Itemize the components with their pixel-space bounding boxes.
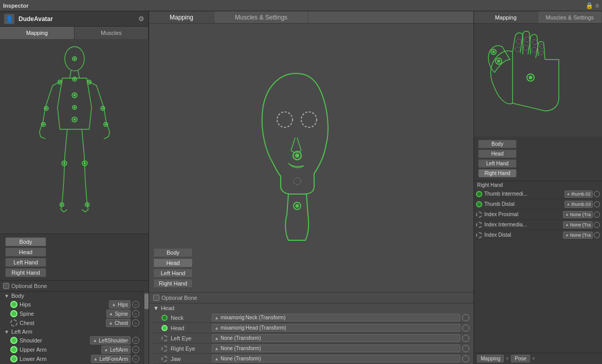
right-bone-circle-index-proximal[interactable] (594, 212, 600, 218)
hips-value: Hips (118, 302, 128, 308)
svg-point-40 (295, 154, 299, 158)
right-tab-muscles[interactable]: Muscles & Settings (538, 11, 603, 23)
center-btn-right-hand[interactable]: Right Hand (153, 279, 193, 288)
bone-row-left-shoulder: Shoulder ▲ LeftShoulder ○ (0, 336, 143, 345)
inspector-title: Inspector (3, 3, 29, 9)
tab-mapping-left[interactable]: Mapping (0, 27, 75, 39)
bone-circle-left-lower-arm[interactable]: ○ (132, 355, 139, 362)
head-bone-name-neck: Neck (171, 315, 212, 321)
bone-circle-spine[interactable]: ○ (132, 310, 139, 317)
tab-muscles-left[interactable]: Muscles (75, 27, 149, 39)
section-left-arm-label: Left Arm (11, 329, 32, 335)
bone-value-left-lower-arm[interactable]: ▲ LeftForeArm (91, 355, 131, 363)
left-btn-head[interactable]: Head (5, 247, 46, 257)
bone-name-left-shoulder: Shoulder (20, 337, 90, 343)
spine-value: Spine (115, 311, 128, 317)
head-bone-circle-left-eye[interactable] (462, 335, 469, 342)
right-bottom-mapping-btn[interactable]: Mapping (477, 355, 504, 362)
head-bone-value-head[interactable]: ▲ mixamorig:Head (Transform) (212, 324, 460, 332)
head-bone-name-jaw: Jaw (171, 356, 212, 362)
left-eye-val: None (Transform) (221, 335, 261, 341)
right-bone-value-thumb-inter[interactable]: ▲ thumb.02 (564, 190, 593, 198)
indicator-head (161, 325, 168, 331)
bone-circle-left-shoulder[interactable]: ○ (132, 337, 139, 344)
head-bone-value-jaw[interactable]: ▲ None (Transform) (212, 355, 460, 362)
lock-icon[interactable]: 🔒 (586, 2, 593, 9)
right-bone-name-thumb-distal: Thumb Distal (484, 201, 564, 207)
index-distal-val: None (Tra (570, 233, 591, 238)
center-optional-checkbox[interactable] (153, 295, 159, 301)
bone-row-chest: Chest ▲ Chest ○ (0, 318, 143, 328)
center-panel: Mapping Muscles & Settings (149, 11, 473, 364)
center-lower: ▼ Head Neck ▲ mixamorig:Neck (Transform) (149, 303, 473, 364)
left-btn-body[interactable]: Body (5, 237, 46, 246)
right-tab-mapping[interactable]: Mapping (474, 11, 538, 23)
right-bone-value-index-inter[interactable]: ▲ None (Tra (563, 221, 593, 228)
chevron-left-arm: ▼ (4, 329, 9, 335)
right-bone-circle-thumb-distal[interactable] (594, 201, 600, 207)
head-bone-name-right-eye: Right Eye (171, 346, 212, 352)
indicator-left-eye (161, 335, 168, 341)
bone-name-chest: Chest (20, 320, 106, 326)
center-btn-head[interactable]: Head (153, 258, 193, 267)
left-scrollbar-thumb[interactable] (144, 294, 149, 309)
head-bone-circle-neck[interactable] (462, 314, 469, 321)
right-btn-body[interactable]: Body (478, 140, 517, 148)
gear-icon[interactable]: ⚙ (138, 15, 144, 23)
right-bone-value-thumb-distal[interactable]: ▲ thumb.03 (564, 201, 593, 208)
right-bone-circle-index-inter[interactable] (594, 222, 600, 228)
indicator-hips (10, 301, 17, 308)
head-bone-row-head: Head ▲ mixamorig:Head (Transform) (153, 323, 469, 333)
menu-icon[interactable]: ≡ (595, 2, 599, 9)
center-tab-muscles[interactable]: Muscles & Settings (214, 11, 308, 23)
right-bone-circle-index-distal[interactable] (594, 232, 600, 238)
head-val: mixamorig:Head (Transform) (221, 325, 286, 331)
right-eye-val: None (Transform) (221, 346, 261, 351)
center-btn-left-hand[interactable]: Left Hand (153, 269, 193, 278)
head-bone-circle-right-eye[interactable] (462, 345, 469, 352)
svg-point-10 (74, 106, 76, 108)
center-tab-mapping[interactable]: Mapping (149, 11, 214, 23)
head-bone-value-neck[interactable]: ▲ mixamorig:Neck (Transform) (212, 314, 460, 321)
head-bone-circle-head[interactable] (462, 324, 469, 332)
svg-line-1 (69, 70, 71, 78)
bone-circle-chest[interactable]: ○ (132, 319, 139, 327)
center-view-buttons: Body Head Left Hand Right Hand (153, 248, 193, 288)
left-btn-right-hand[interactable]: Right Hand (5, 268, 46, 277)
inspector-bar: Inspector 🔒 ≡ (0, 0, 602, 11)
svg-point-22 (102, 107, 104, 109)
right-bone-row-thumb-distal: Thumb Distal ▲ thumb.03 (474, 199, 602, 209)
neck-val: mixamorig:Neck (Transform) (221, 315, 285, 320)
right-btn-head[interactable]: Head (478, 149, 517, 158)
center-optional-bone: Optional Bone (149, 292, 473, 303)
head-bone-row-right-eye: Right Eye ▲ None (Transform) (153, 343, 469, 354)
bone-circle-left-upper-arm[interactable]: ○ (132, 346, 139, 353)
right-bone-list: Thumb Intermedi... ▲ thumb.02 Thumb Dist… (474, 189, 602, 353)
right-bone-value-index-distal[interactable]: ▲ None (Tra (563, 232, 593, 239)
right-btn-left-hand[interactable]: Left Hand (478, 159, 517, 168)
bone-value-chest[interactable]: ▲ Chest (106, 319, 131, 327)
left-btn-left-hand[interactable]: Left Hand (5, 258, 46, 267)
optional-bone-checkbox[interactable] (3, 283, 9, 289)
head-bone-value-right-eye[interactable]: ▲ None (Transform) (212, 344, 460, 352)
head-bone-value-left-eye[interactable]: ▲ None (Transform) (212, 334, 460, 342)
head-bone-circle-jaw[interactable] (462, 355, 469, 362)
left-scrollbar[interactable] (143, 292, 149, 364)
bone-value-left-upper-arm[interactable]: ▲ LeftArm (101, 346, 131, 354)
right-bottom-pose-btn[interactable]: Pose (511, 355, 530, 362)
right-bone-value-index-proximal[interactable]: ▲ None (Tra (563, 211, 593, 218)
svg-point-4 (74, 58, 76, 60)
indicator-left-lower-arm (10, 355, 17, 362)
left-panel: 👤 DudeAvatar ⚙ Mapping Muscles (0, 11, 149, 364)
right-bone-row-index-inter: Index Intermedia... ▲ None (Tra (474, 220, 602, 230)
right-bone-circle-thumb-inter[interactable] (594, 191, 600, 197)
bone-circle-hips[interactable]: ○ (132, 301, 139, 308)
center-btn-body[interactable]: Body (153, 248, 193, 257)
bone-value-spine[interactable]: ▲ Spine (106, 310, 131, 318)
center-content: Body Head Left Hand Right Hand (149, 24, 473, 292)
bone-value-left-shoulder[interactable]: ▲ LeftShoulder (90, 336, 131, 344)
svg-point-26 (63, 162, 65, 164)
bone-value-hips[interactable]: ▲ Hips (109, 300, 131, 309)
indicator-left-shoulder (10, 337, 17, 344)
right-btn-right-hand[interactable]: Right Hand (478, 169, 517, 178)
